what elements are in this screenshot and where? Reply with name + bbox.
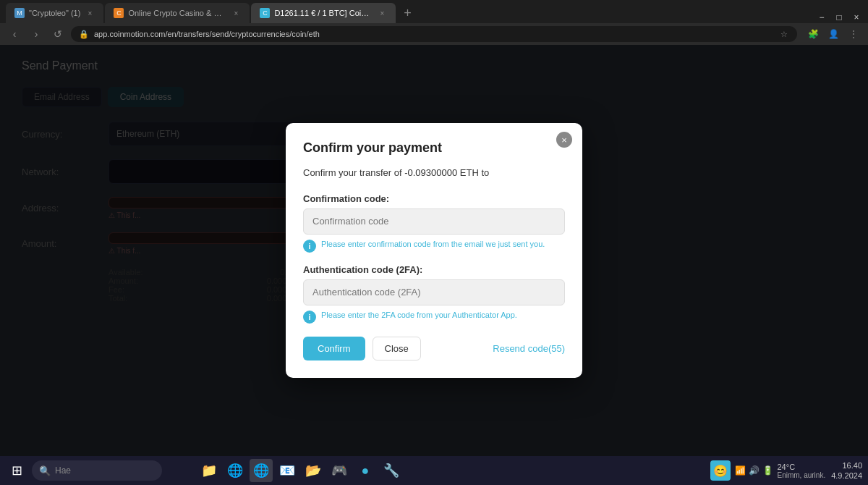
auth-hint: i Please enter the 2FA code from your Au…: [303, 310, 565, 324]
address-bar-row: ‹ › ↺ 🔒 app.coinmotion.com/en/transfers/…: [0, 23, 868, 45]
auth-code-input[interactable]: [303, 279, 565, 305]
confirm-button[interactable]: Confirm: [303, 337, 365, 360]
hint-icon-1: i: [303, 240, 316, 253]
system-tray: 📶 🔊 🔋: [735, 465, 773, 476]
confirmation-hint: i Please enter confirmation code from th…: [303, 239, 565, 253]
address-bar[interactable]: 🔒 app.coinmotion.com/en/transfers/send/c…: [71, 26, 797, 42]
browser-actions: 🧩 👤 ⋮: [804, 25, 862, 43]
tab-label-3: D1261.11 € / 1 BTC] Coinmotio...: [274, 9, 373, 17]
tab-close-3[interactable]: ×: [377, 8, 387, 18]
battery-icon: 🔋: [762, 465, 773, 476]
tab-cryptoleo[interactable]: M "Cryptoleo" (1) ×: [6, 3, 103, 23]
taskbar-icon-3[interactable]: 🌐: [250, 459, 273, 482]
address-bar-icons: ☆: [778, 28, 790, 40]
close-modal-button[interactable]: Close: [373, 337, 421, 360]
modal-transfer-text: Confirm your transfer of -0.09300000 ETH…: [303, 166, 565, 180]
taskbar-search[interactable]: 🔍 Hae: [32, 460, 162, 481]
taskbar-right: 24°C Enimm, aurink. 16.40 4.9.2024: [778, 460, 863, 481]
clock-widget: 16.40 4.9.2024: [831, 460, 862, 481]
browser-chrome: M "Cryptoleo" (1) × C Online Crypto Casi…: [0, 0, 868, 45]
window-controls: − □ ×: [816, 12, 862, 23]
back-button[interactable]: ‹: [6, 25, 23, 43]
confirmation-code-field: Confirmation code: i Please enter confir…: [303, 193, 565, 253]
profile-button[interactable]: 👤: [825, 25, 842, 43]
taskbar-icon-2[interactable]: 🌐: [224, 459, 247, 482]
taskbar-icon-7[interactable]: ●: [354, 459, 377, 482]
tab-label-1: "Cryptoleo" (1): [29, 9, 80, 17]
forward-button[interactable]: ›: [27, 25, 45, 43]
confirm-payment-modal: × Confirm your payment Confirm your tran…: [286, 123, 582, 378]
taskbar: ⊞ 🔍 Hae 📁 🌐 🌐 📧 📂 🎮 ● 🔧 😊 📶 🔊 🔋 24°C Eni…: [0, 456, 868, 485]
auth-code-label: Authentication code (2FA):: [303, 264, 565, 275]
modal-footer: Confirm Close Resend code(55): [303, 337, 565, 360]
weather-widget: 24°C Enimm, aurink.: [778, 463, 826, 479]
close-button[interactable]: ×: [851, 12, 862, 23]
tab-favicon-1: M: [14, 8, 25, 18]
tab-bar: M "Cryptoleo" (1) × C Online Crypto Casi…: [0, 0, 868, 23]
reload-button[interactable]: ↺: [49, 25, 67, 43]
page-background: Send Payment Email Address Coin Address …: [0, 45, 868, 456]
confirmation-code-label: Confirmation code:: [303, 193, 565, 204]
modal-overlay: × Confirm your payment Confirm your tran…: [0, 45, 868, 456]
weather-temp: 24°C: [778, 463, 796, 471]
extensions-button[interactable]: 🧩: [804, 25, 822, 43]
taskbar-icon-4[interactable]: 📧: [276, 459, 299, 482]
transfer-description: Confirm your transfer of -0.09300000 ETH…: [303, 167, 489, 178]
confirmation-hint-text: Please enter confirmation code from the …: [321, 239, 545, 250]
minimize-button[interactable]: −: [816, 12, 827, 23]
maximize-button[interactable]: □: [833, 12, 845, 23]
taskbar-icon-6[interactable]: 🎮: [328, 459, 351, 482]
tab-favicon-3: C: [260, 8, 270, 18]
taskbar-icon-8[interactable]: 🔧: [380, 459, 403, 482]
taskbar-icon-5[interactable]: 📂: [302, 459, 325, 482]
resend-code-link[interactable]: Resend code(55): [493, 343, 565, 354]
bookmark-icon[interactable]: ☆: [778, 28, 790, 40]
sound-icon: 🔊: [749, 465, 760, 476]
windows-icon: ⊞: [12, 463, 22, 478]
url-text: app.coinmotion.com/en/transfers/send/cry…: [94, 30, 774, 38]
time-display: 16.40: [831, 460, 862, 471]
taskbar-avatar[interactable]: 😊: [710, 460, 731, 481]
modal-title: Confirm your payment: [303, 140, 565, 156]
taskbar-icon-1[interactable]: 📁: [197, 459, 221, 482]
auth-code-field: Authentication code (2FA): i Please ente…: [303, 264, 565, 324]
lock-icon: 🔒: [78, 28, 90, 40]
tab-close-2[interactable]: ×: [231, 8, 241, 18]
more-button[interactable]: ⋮: [845, 25, 862, 43]
tab-favicon-2: C: [114, 8, 124, 18]
start-button[interactable]: ⊞: [6, 460, 27, 481]
modal-close-button[interactable]: ×: [556, 132, 572, 148]
transfer-address: [492, 168, 540, 178]
search-icon: 🔍: [39, 465, 51, 476]
hint-icon-2: i: [303, 311, 316, 324]
modal-footer-buttons: Confirm Close: [303, 337, 421, 360]
new-tab-button[interactable]: +: [397, 3, 417, 23]
tab-label-2: Online Crypto Casino & Cashb...: [128, 9, 226, 17]
network-icon: 📶: [735, 465, 746, 476]
auth-hint-text: Please enter the 2FA code from your Auth…: [321, 310, 517, 321]
weather-desc: Enimm, aurink.: [778, 471, 826, 479]
taskbar-pinned-icons: 📁 🌐 🌐 📧 📂 🎮 ● 🔧: [166, 459, 434, 482]
search-label: Hae: [55, 465, 71, 476]
tab-close-1[interactable]: ×: [85, 8, 95, 18]
confirmation-code-input[interactable]: [303, 208, 565, 235]
tab-casino[interactable]: C Online Crypto Casino & Cashb... ×: [105, 3, 250, 23]
date-display: 4.9.2024: [831, 471, 862, 481]
tab-coinmotion[interactable]: C D1261.11 € / 1 BTC] Coinmotio... ×: [251, 3, 396, 23]
